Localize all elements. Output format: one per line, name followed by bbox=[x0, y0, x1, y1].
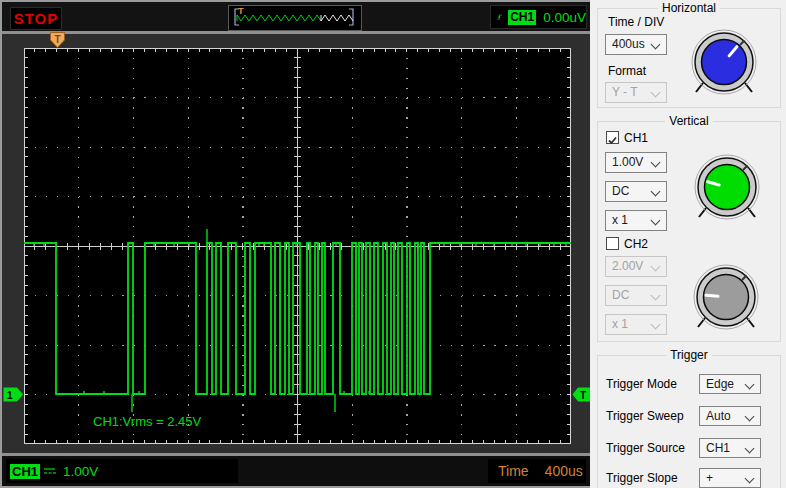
trigger-level-value: 0.00uV bbox=[543, 10, 586, 25]
time-label: Time bbox=[498, 463, 529, 479]
oscilloscope-window: STOP T CH1 0.00uV T 1 T CH1:Vrm bbox=[0, 0, 590, 488]
channel1-scale: 1.00V bbox=[63, 464, 98, 479]
horizontal-title: Horizontal bbox=[598, 1, 780, 15]
trigger-channel-badge: CH1 bbox=[508, 10, 536, 25]
channel1-level-marker[interactable]: 1 bbox=[3, 387, 24, 402]
trigger-slope-select[interactable]: + bbox=[699, 468, 761, 488]
trigger-slope-label: Trigger Slope bbox=[606, 471, 678, 485]
chevron-down-icon bbox=[651, 158, 661, 168]
time-div-label: Time / DIV bbox=[608, 15, 664, 29]
measurement-readout: CH1:Vrms = 2.45V bbox=[93, 414, 201, 429]
channel1-readout: CH1 1.00V bbox=[6, 459, 238, 483]
format-select: Y - T bbox=[605, 82, 667, 103]
time-value: 400us bbox=[545, 463, 583, 479]
stop-label: STOP bbox=[14, 10, 59, 27]
ch1-probe-select[interactable]: x 1 bbox=[605, 210, 667, 231]
trigger-level-marker[interactable]: T bbox=[572, 387, 591, 402]
trigger-mode-label: Trigger Mode bbox=[606, 377, 677, 391]
chevron-down-icon bbox=[651, 88, 661, 98]
ch2-knob[interactable] bbox=[690, 261, 762, 341]
chevron-down-icon bbox=[745, 444, 755, 454]
ch2-scale-select: 2.00V bbox=[605, 256, 667, 277]
ch2-checkbox[interactable] bbox=[606, 237, 619, 250]
time-div-select[interactable]: 400us bbox=[605, 34, 667, 55]
trigger-position-marker[interactable]: T bbox=[50, 32, 66, 49]
trigger-source-select[interactable]: CH1 bbox=[699, 438, 761, 458]
dc-coupling-icon bbox=[42, 465, 57, 477]
trigger-position-preview[interactable]: T bbox=[228, 5, 362, 31]
ch2-probe-select: x 1 bbox=[605, 314, 667, 335]
horizontal-knob[interactable] bbox=[688, 26, 760, 106]
trigger-sweep-select[interactable]: Auto bbox=[699, 406, 761, 426]
format-label: Format bbox=[608, 64, 646, 78]
ch1-scale-select[interactable]: 1.00V bbox=[605, 152, 667, 173]
ch1-coupling-select[interactable]: DC bbox=[605, 181, 667, 202]
ch2-label: CH2 bbox=[624, 237, 648, 251]
trigger-mode-select[interactable]: Edge bbox=[699, 374, 761, 394]
chevron-down-icon bbox=[745, 380, 755, 390]
trigger-readout: CH1 0.00uV bbox=[490, 5, 587, 29]
chevron-down-icon bbox=[745, 474, 755, 484]
ch1-knob[interactable] bbox=[691, 151, 763, 231]
chevron-down-icon bbox=[651, 216, 661, 226]
top-status-bar: STOP T CH1 0.00uV bbox=[2, 2, 590, 31]
ch2-coupling-select: DC bbox=[605, 285, 667, 306]
chevron-down-icon bbox=[651, 291, 661, 301]
channel1-badge: CH1 bbox=[10, 464, 40, 479]
control-panel: Horizontal Time / DIV 400us Format Y - T… bbox=[590, 0, 786, 488]
vertical-title: Vertical bbox=[598, 114, 780, 128]
trigger-slope-icon bbox=[497, 7, 502, 27]
svg-text:1: 1 bbox=[7, 390, 13, 401]
acquisition-status: STOP bbox=[10, 7, 62, 30]
trigger-title: Trigger bbox=[598, 348, 780, 362]
svg-text:T: T bbox=[55, 34, 61, 45]
ch1-label: CH1 bbox=[624, 131, 648, 145]
scope-area: T 1 T CH1:Vrms = 2.45V bbox=[2, 34, 590, 453]
timebase-readout: Time 400us bbox=[488, 459, 586, 483]
preview-trigger-marker: T bbox=[238, 6, 244, 16]
preview-waveform bbox=[229, 6, 359, 28]
trigger-sweep-label: Trigger Sweep bbox=[606, 409, 684, 423]
chevron-down-icon bbox=[651, 320, 661, 330]
ch1-checkbox[interactable] bbox=[606, 131, 619, 144]
chevron-down-icon bbox=[745, 412, 755, 422]
chevron-down-icon bbox=[651, 187, 661, 197]
svg-text:T: T bbox=[580, 390, 586, 401]
chevron-down-icon bbox=[651, 262, 661, 272]
chevron-down-icon bbox=[651, 40, 661, 50]
scope-display bbox=[24, 48, 572, 445]
bottom-status-bar: CH1 1.00V Time 400us bbox=[2, 456, 590, 486]
trigger-source-label: Trigger Source bbox=[606, 441, 685, 455]
